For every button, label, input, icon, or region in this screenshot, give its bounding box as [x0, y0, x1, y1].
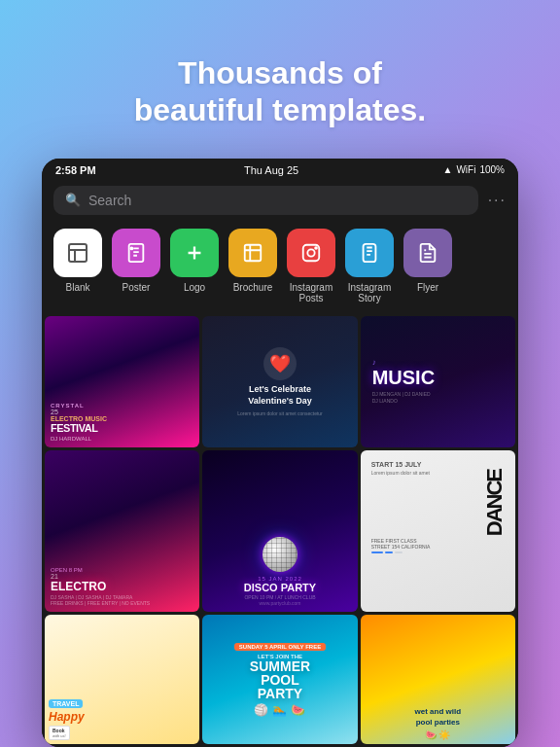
- category-label-brochure: Brochure: [233, 282, 273, 293]
- template-valentines[interactable]: ❤️ Let's CelebrateValentine's Day Lorem …: [202, 316, 357, 447]
- category-label-flyer: Flyer: [417, 282, 438, 293]
- status-icons: ▲ WiFi 100%: [443, 164, 505, 175]
- music-title: MUSIC: [372, 367, 435, 389]
- category-label-instagram-story: Instagram Story: [348, 282, 391, 303]
- svg-rect-3: [245, 245, 262, 262]
- templates-grid: CRYSTAL 25 ELECTRO MUSIC FESTIVAL DJ HAR…: [42, 313, 518, 747]
- categories-row: Blank Poster Logo Brochure Instagram Pos…: [42, 225, 518, 313]
- category-blank[interactable]: Blank: [53, 229, 102, 303]
- template-music[interactable]: ♪ MUSIC DJ MENGAN | DJ DANIEDDJ LIANDO: [361, 316, 515, 447]
- wifi-icon: WiFi: [456, 164, 475, 175]
- category-flyer[interactable]: Flyer: [403, 229, 452, 303]
- template-happy[interactable]: TRAVEL Happy Book with us!: [45, 615, 199, 744]
- more-menu-icon[interactable]: ···: [488, 192, 507, 209]
- category-icon-instagram-posts: [287, 229, 335, 277]
- category-instagram-story[interactable]: Instagram Story: [345, 229, 394, 303]
- category-logo[interactable]: Logo: [170, 229, 219, 303]
- category-icon-poster: [112, 229, 160, 277]
- search-icon: 🔍: [65, 193, 81, 207]
- template-dance[interactable]: START 15 JULY Lorem ipsum dolor sit amet…: [361, 450, 515, 612]
- category-label-logo: Logo: [184, 282, 205, 293]
- hero-line2: beautiful templates.: [134, 91, 427, 128]
- status-date: Thu Aug 25: [244, 164, 298, 176]
- template-electro-festival[interactable]: CRYSTAL 25 ELECTRO MUSIC FESTIVAL DJ HAR…: [45, 316, 199, 447]
- category-icon-logo: [170, 229, 219, 277]
- category-icon-flyer: [403, 229, 452, 277]
- category-label-poster: Poster: [122, 282, 151, 293]
- category-icon-blank: [53, 229, 102, 277]
- signal-icon: ▲: [443, 164, 453, 175]
- svg-point-2: [131, 247, 133, 249]
- battery-label: 100%: [479, 164, 505, 175]
- hero-line1: Thousands of: [134, 54, 427, 91]
- template-disco-party[interactable]: 15 JAN 2022 DISCO PARTY OPEN 10 PM / AT …: [202, 450, 357, 612]
- category-poster[interactable]: Poster: [112, 229, 160, 303]
- category-label-blank: Blank: [65, 282, 89, 293]
- svg-rect-0: [69, 244, 87, 262]
- svg-rect-7: [364, 244, 376, 262]
- category-label-instagram-posts: Instagram Posts: [290, 282, 332, 303]
- status-time: 2:58 PM: [55, 164, 96, 176]
- category-brochure[interactable]: Brochure: [228, 229, 277, 303]
- hero-section: Thousands of beautiful templates.: [56, 0, 505, 159]
- search-placeholder: Search: [88, 193, 131, 208]
- template-wet-wild[interactable]: wet and wildpool parties 🍉 ☀️: [361, 615, 515, 744]
- status-bar: 2:58 PM Thu Aug 25 ▲ WiFi 100%: [42, 159, 518, 180]
- svg-point-6: [315, 247, 317, 249]
- start-badge: START 15 JULY: [371, 461, 505, 468]
- disco-ball: [262, 537, 298, 572]
- category-icon-instagram-story: [345, 229, 394, 277]
- category-instagram-posts[interactable]: Instagram Posts: [287, 229, 335, 303]
- template-electro2[interactable]: OPEN 8 PM 21 ELECTRO DJ SASHA | DJ SASHA…: [45, 450, 199, 612]
- template-summer-pool-party[interactable]: SUNDAY 5 APRIL ONLY FREE LET'S JOIN THE …: [202, 615, 357, 744]
- search-input-wrap[interactable]: 🔍 Search: [53, 186, 478, 215]
- search-bar: 🔍 Search ···: [42, 180, 518, 225]
- category-icon-brochure: [228, 229, 277, 277]
- phone-frame: 2:58 PM Thu Aug 25 ▲ WiFi 100% 🔍 Search …: [42, 159, 518, 747]
- svg-point-5: [307, 249, 314, 256]
